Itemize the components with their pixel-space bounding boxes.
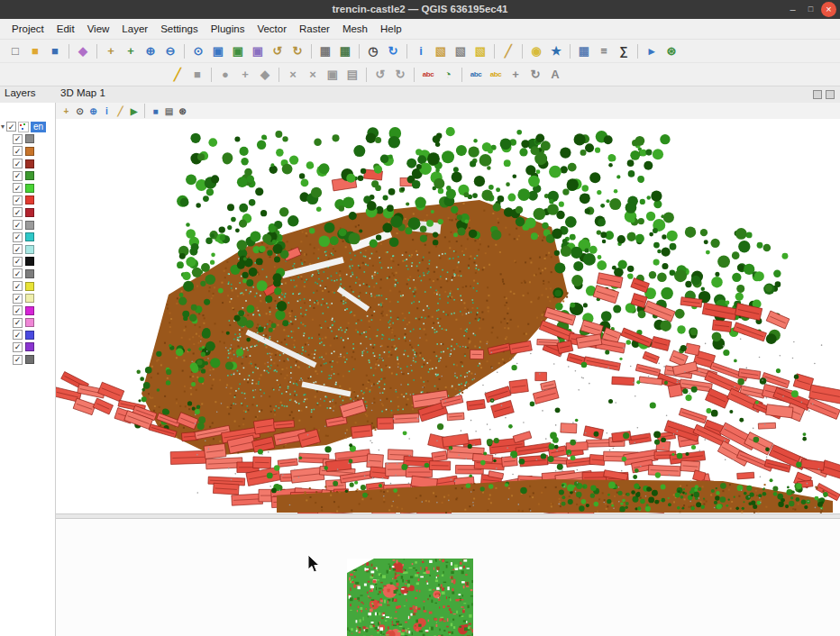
animation-play-icon[interactable]: ▶ xyxy=(127,104,141,118)
class-checkbox[interactable]: ✓ xyxy=(13,134,23,144)
menu-vector[interactable]: Vector xyxy=(251,19,293,39)
measure-icon[interactable]: ╱ xyxy=(499,42,517,60)
zoom-next-icon[interactable]: ↻ xyxy=(288,42,306,60)
new-map-view-icon[interactable]: ▦ xyxy=(316,42,334,60)
export-scene-icon[interactable]: ▤ xyxy=(162,104,176,118)
new-3d-map-view-icon[interactable]: ▦ xyxy=(336,42,354,60)
class-checkbox[interactable]: ✓ xyxy=(13,355,23,365)
identify-3d-icon[interactable]: i xyxy=(100,104,114,118)
layer-class-row[interactable]: ✓ xyxy=(0,292,56,304)
class-checkbox[interactable]: ✓ xyxy=(13,146,23,156)
class-checkbox[interactable]: ✓ xyxy=(13,220,23,230)
class-checkbox[interactable]: ✓ xyxy=(13,294,23,304)
vertex-tool-icon[interactable]: ◆ xyxy=(256,66,274,84)
layer-class-row[interactable]: ✓ xyxy=(0,256,56,268)
refresh-map-icon[interactable]: ↻ xyxy=(384,42,402,60)
redo-icon[interactable]: ↻ xyxy=(391,66,409,84)
layer-label[interactable]: en xyxy=(31,122,46,132)
menu-layer[interactable]: Layer xyxy=(115,19,154,39)
attributes-table-icon[interactable]: ▦ xyxy=(575,42,593,60)
layer-class-row[interactable]: ✓ xyxy=(0,133,56,146)
class-checkbox[interactable]: ✓ xyxy=(13,232,23,242)
layer-class-row[interactable]: ✓ xyxy=(0,169,56,182)
layer-class-row[interactable]: ✓ xyxy=(0,304,56,317)
pin-labels-icon[interactable]: abc xyxy=(467,66,485,84)
camera-control-icon[interactable]: ⊙ xyxy=(73,104,87,118)
zoom-last-icon[interactable]: ↺ xyxy=(269,42,287,60)
dock-float-icon[interactable] xyxy=(813,90,822,99)
select-by-expression-icon[interactable]: ▧ xyxy=(471,42,489,60)
class-checkbox[interactable]: ✓ xyxy=(13,257,23,267)
zoom-out-icon[interactable]: ⊖ xyxy=(161,42,179,60)
delete-selected-icon[interactable]: × xyxy=(284,66,302,84)
pan-3d-icon[interactable]: + xyxy=(59,104,73,118)
change-label-icon[interactable]: A xyxy=(546,66,564,84)
open-project-icon[interactable]: ■ xyxy=(26,42,44,60)
cut-features-icon[interactable]: × xyxy=(304,66,322,84)
deselect-features-icon[interactable]: ▧ xyxy=(452,42,470,60)
layer-class-row[interactable]: ✓ xyxy=(0,317,56,330)
expand-caret-icon[interactable]: ▾ xyxy=(1,123,5,131)
layer-class-row[interactable]: ✓ xyxy=(0,219,56,232)
layer-row-pointcloud[interactable]: ▾ ✓ en xyxy=(0,121,56,133)
save-image-icon[interactable]: ■ xyxy=(149,104,162,118)
layer-class-row[interactable]: ✓ xyxy=(0,158,56,170)
layer-class-row[interactable]: ✓ xyxy=(0,195,56,207)
zoom-3d-icon[interactable]: ⊕ xyxy=(87,104,100,118)
class-checkbox[interactable]: ✓ xyxy=(13,305,23,315)
map-canvas[interactable] xyxy=(347,559,473,636)
layer-class-row[interactable]: ✓ xyxy=(0,280,56,293)
menu-settings[interactable]: Settings xyxy=(154,19,205,39)
class-checkbox[interactable]: ✓ xyxy=(13,183,23,193)
move-label-icon[interactable]: + xyxy=(507,66,525,84)
zoom-native-icon[interactable]: ⊙ xyxy=(189,42,207,60)
highlight-labels-icon[interactable]: abc xyxy=(487,66,505,84)
zoom-to-selection-icon[interactable]: ▣ xyxy=(229,42,247,60)
layer-class-row[interactable]: ✓ xyxy=(0,341,56,354)
python-console-icon[interactable]: ▸ xyxy=(643,42,661,60)
class-checkbox[interactable]: ✓ xyxy=(13,281,23,291)
3d-scene-canvas[interactable] xyxy=(56,119,840,513)
pan-to-selection-icon[interactable]: + xyxy=(122,42,140,60)
minimize-button[interactable]: – xyxy=(785,2,800,17)
class-checkbox[interactable]: ✓ xyxy=(13,244,23,254)
toggle-editing-icon[interactable]: ╱ xyxy=(169,66,187,84)
menu-edit[interactable]: Edit xyxy=(50,19,81,39)
menu-help[interactable]: Help xyxy=(374,19,408,39)
layer-class-row[interactable]: ✓ xyxy=(0,353,56,366)
layer-class-row[interactable]: ✓ xyxy=(0,145,56,158)
zoom-in-icon[interactable]: ⊕ xyxy=(142,42,160,60)
maximize-button[interactable]: □ xyxy=(803,2,818,17)
style-manager-icon[interactable]: ◆ xyxy=(74,42,92,60)
layer-class-row[interactable]: ✓ xyxy=(0,329,56,341)
measure-3d-icon[interactable]: ╱ xyxy=(114,104,127,118)
select-features-icon[interactable]: ▧ xyxy=(432,42,450,60)
rotate-label-icon[interactable]: ↻ xyxy=(526,66,544,84)
class-checkbox[interactable]: ✓ xyxy=(13,268,23,278)
statistical-summary-icon[interactable]: ∑ xyxy=(615,42,633,60)
add-point-feature-icon[interactable]: ● xyxy=(216,66,234,84)
scene-config-icon[interactable]: ⊛ xyxy=(176,104,189,118)
layer-class-row[interactable]: ✓ xyxy=(0,243,56,256)
menu-plugins[interactable]: Plugins xyxy=(205,19,251,39)
copy-features-icon[interactable]: ▣ xyxy=(324,66,342,84)
pan-map-icon[interactable]: + xyxy=(102,42,120,60)
close-button[interactable]: × xyxy=(821,2,836,17)
layer-class-row[interactable]: ✓ xyxy=(0,268,56,280)
identify-features-icon[interactable]: i xyxy=(412,42,430,60)
layer-class-row[interactable]: ✓ xyxy=(0,231,56,243)
layer-diagram-icon[interactable]: ◔ xyxy=(439,66,457,84)
menu-view[interactable]: View xyxy=(81,19,116,39)
new-bookmark-icon[interactable]: ★ xyxy=(547,42,565,60)
dock-close-icon[interactable] xyxy=(826,90,835,99)
class-checkbox[interactable]: ✓ xyxy=(13,342,23,352)
undo-icon[interactable]: ↺ xyxy=(371,66,389,84)
class-checkbox[interactable]: ✓ xyxy=(13,171,23,181)
save-project-icon[interactable]: ■ xyxy=(46,42,64,60)
class-checkbox[interactable]: ✓ xyxy=(13,318,23,328)
temporal-controller-icon[interactable]: ◷ xyxy=(364,42,382,60)
layer-labeling-icon[interactable]: abc xyxy=(419,66,437,84)
new-project-icon[interactable]: □ xyxy=(6,42,24,60)
map-tips-icon[interactable]: ◉ xyxy=(527,42,545,60)
field-calculator-icon[interactable]: ≡ xyxy=(595,42,613,60)
